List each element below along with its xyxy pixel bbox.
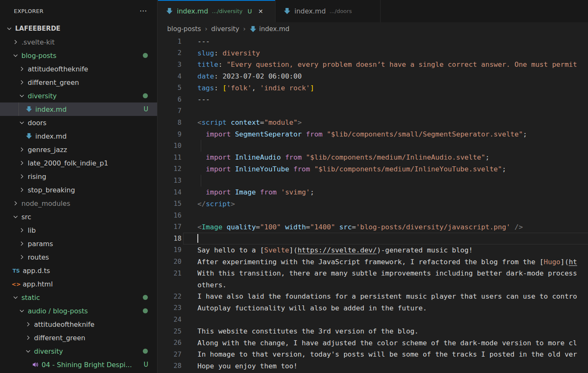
code-line[interactable]: 21With this transition, there are many s… — [158, 268, 588, 279]
tree-item-genres-jazz[interactable]: genres_jazz — [0, 143, 157, 156]
code-text: <script context="module"> — [181, 118, 302, 126]
markdown-icon — [249, 26, 256, 32]
file-tree: LAFEEBERDE.svelte-kitblog-postsattitudeo… — [0, 22, 157, 371]
code-line[interactable]: 19Say hello to a [Svelte](https://svelte… — [158, 244, 588, 256]
tab-label: index.md — [177, 7, 208, 15]
code-text: Autoplay fuctionality will also be added… — [181, 304, 427, 312]
chevron-right-icon — [18, 240, 25, 247]
tree-item-label: LAFEEBERDE — [15, 25, 60, 32]
code-line[interactable]: 4date: 2023-07-02 06:00:00 — [158, 71, 588, 82]
tree-item-lafeeberde[interactable]: LAFEEBERDE — [0, 22, 157, 35]
code-line[interactable]: 10 — [158, 140, 588, 152]
tree-item-static[interactable]: static — [0, 291, 157, 304]
code-line[interactable]: others. — [158, 279, 588, 291]
tree-item-lib[interactable]: lib — [0, 223, 157, 237]
tree-item-doors[interactable]: doors — [0, 116, 157, 129]
code-line[interactable]: 14 import Image from 'svimg'; — [158, 186, 588, 198]
line-number: 14 — [158, 189, 181, 196]
code-line[interactable]: 20After experimenting with the JavaScrip… — [158, 256, 588, 268]
breadcrumb-item[interactable]: index.md — [259, 25, 289, 33]
current-line-highlight — [183, 233, 588, 244]
tree-item-label: app.html — [23, 280, 53, 288]
tree-item-node-modules[interactable]: node_modules — [0, 197, 157, 210]
code-line[interactable]: 7 — [158, 105, 588, 117]
close-icon[interactable]: ✕ — [257, 7, 265, 16]
code-line[interactable]: 15</script> — [158, 198, 588, 210]
tree-item-attitudeoftheknife[interactable]: attitudeoftheknife — [0, 318, 157, 331]
tree-item-different-green[interactable]: different_green — [0, 76, 157, 89]
tree-item-svelte-kit[interactable]: .svelte-kit — [0, 35, 157, 49]
code-line[interactable]: 27In homage to that version, today's pos… — [158, 349, 588, 360]
code-text: In homage to that version, today's posts… — [181, 350, 577, 358]
tree-item-rising[interactable]: rising — [0, 170, 157, 183]
tree-item-attitudeoftheknife[interactable]: attitudeoftheknife — [0, 62, 157, 76]
code-line[interactable]: 9 import SegmentSeperator from "$lib/com… — [158, 129, 588, 140]
tree-item-src[interactable]: src — [0, 210, 157, 223]
tree-item-label: different_green — [28, 79, 79, 87]
code-line[interactable]: 16 — [158, 210, 588, 221]
code-line[interactable]: 12 import InlineYouTube from "$lib/compo… — [158, 163, 588, 175]
line-number: 27 — [158, 351, 181, 358]
code-line[interactable]: 3title: "Every question, every problem d… — [158, 59, 588, 71]
editor-tab-diversity[interactable]: index.md.../diversityU✕ — [158, 0, 276, 22]
tree-item-different-green[interactable]: different_green — [0, 331, 157, 344]
chevron-down-icon — [12, 52, 19, 59]
tree-item-diversity[interactable]: diversity — [0, 344, 157, 358]
tree-item-04-shining-bright-despi[interactable]: 04 - Shining Bright Despi...U — [0, 358, 157, 371]
line-number: 12 — [158, 165, 181, 173]
code-line[interactable]: 17<Image quality="100" width="1400" src=… — [158, 221, 588, 233]
code-text: slug: diversity — [181, 49, 260, 57]
audio-icon — [31, 361, 39, 368]
code-line[interactable]: 2slug: diversity — [158, 47, 588, 59]
breadcrumb-item[interactable]: diversity — [211, 25, 239, 33]
code-line[interactable]: 5tags: ['folk', 'indie rock'] — [158, 82, 588, 94]
code-line[interactable]: 23Autoplay fuctionality will also be add… — [158, 302, 588, 314]
code-line[interactable]: 8<script context="module"> — [158, 117, 588, 129]
tree-item-params[interactable]: params — [0, 237, 157, 250]
more-actions-icon[interactable]: ⋯ — [139, 9, 148, 13]
tree-item-audio-blog-posts[interactable]: audio / blog-posts — [0, 304, 157, 318]
line-number: 13 — [158, 177, 181, 184]
tree-item-index-md[interactable]: index.md — [0, 129, 157, 143]
explorer-header: EXPLORER ⋯ — [0, 0, 157, 22]
tree-item-label: stop_breaking — [28, 186, 75, 194]
code-line[interactable]: 18 — [158, 233, 588, 244]
markdown-icon — [25, 133, 33, 140]
tree-item-label: node_modules — [21, 200, 70, 208]
line-number: 5 — [158, 84, 181, 92]
chevron-right-icon — [18, 254, 25, 260]
code-line[interactable]: 22I have also laid the foundations for a… — [158, 291, 588, 302]
code-editor[interactable]: 1---2slug: diversity3title: "Every quest… — [158, 35, 588, 373]
tree-item-late-2000-folk-indie-p1[interactable]: late_2000_folk_indie_p1 — [0, 156, 157, 170]
line-number: 26 — [158, 339, 181, 347]
tree-item-routes[interactable]: routes — [0, 250, 157, 264]
line-number: 20 — [158, 258, 181, 265]
code-line[interactable]: 13 — [158, 175, 588, 186]
markdown-icon — [25, 106, 33, 113]
tree-item-app-d-ts[interactable]: TSapp.d.ts — [0, 264, 157, 277]
tab-label: index.md — [294, 7, 326, 15]
breadcrumb-item[interactable]: blog-posts — [167, 25, 201, 33]
tree-item-index-md[interactable]: index.mdU — [0, 102, 157, 116]
untracked-badge: U — [144, 105, 148, 113]
tab-description: .../diversity — [212, 8, 243, 14]
code-line[interactable]: 24 — [158, 314, 588, 326]
tree-item-label: different_green — [34, 334, 85, 342]
tree-item-app-html[interactable]: <>app.html — [0, 277, 157, 291]
tree-item-stop-breaking[interactable]: stop_breaking — [0, 183, 157, 197]
code-line[interactable]: 26Along with the change, I have adjusted… — [158, 337, 588, 349]
line-number: 21 — [158, 270, 181, 277]
modified-dot-badge — [143, 308, 148, 313]
line-number: 10 — [158, 142, 181, 150]
editor-tab-doors[interactable]: index.md.../doors — [276, 0, 381, 22]
tree-item-diversity[interactable]: diversity — [0, 89, 157, 102]
code-line[interactable]: 6--- — [158, 94, 588, 105]
code-line[interactable]: 28Hope you enjoy them too! — [158, 360, 588, 372]
chevron-right-icon — [25, 334, 32, 341]
tree-item-blog-posts[interactable]: blog-posts — [0, 49, 157, 62]
code-line[interactable]: 11 import InlineAudio from "$lib/compone… — [158, 152, 588, 163]
code-line[interactable]: 1--- — [158, 36, 588, 47]
indent-guide — [201, 140, 201, 152]
code-line[interactable]: 25This website constitutes the 3rd versi… — [158, 326, 588, 337]
tree-item-label: attitudeoftheknife — [28, 65, 88, 73]
